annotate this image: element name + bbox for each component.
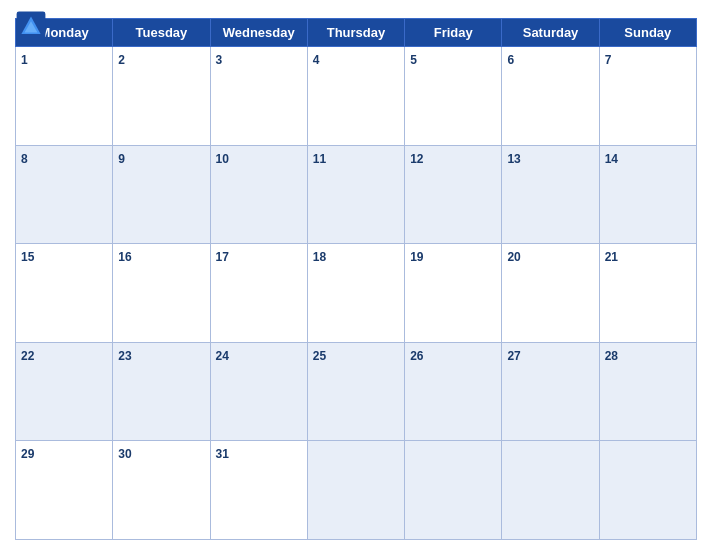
day-number: 18: [313, 250, 326, 264]
calendar-day-cell: 14: [599, 145, 696, 244]
day-number: 14: [605, 152, 618, 166]
calendar-day-cell: 10: [210, 145, 307, 244]
day-number: 25: [313, 349, 326, 363]
day-number: 2: [118, 53, 125, 67]
day-number: 12: [410, 152, 423, 166]
calendar-day-cell: 1: [16, 47, 113, 146]
weekday-header-friday: Friday: [405, 19, 502, 47]
calendar-day-cell: 21: [599, 244, 696, 343]
calendar-day-cell: [307, 441, 404, 540]
calendar-day-cell: 6: [502, 47, 599, 146]
weekday-header-wednesday: Wednesday: [210, 19, 307, 47]
weekday-row: MondayTuesdayWednesdayThursdayFridaySatu…: [16, 19, 697, 47]
calendar-day-cell: 29: [16, 441, 113, 540]
day-number: 8: [21, 152, 28, 166]
calendar-day-cell: 3: [210, 47, 307, 146]
day-number: 11: [313, 152, 326, 166]
day-number: 27: [507, 349, 520, 363]
day-number: 1: [21, 53, 28, 67]
calendar-table: MondayTuesdayWednesdayThursdayFridaySatu…: [15, 18, 697, 540]
day-number: 26: [410, 349, 423, 363]
calendar-day-cell: 9: [113, 145, 210, 244]
day-number: 16: [118, 250, 131, 264]
calendar-container: MondayTuesdayWednesdayThursdayFridaySatu…: [0, 0, 712, 550]
day-number: 30: [118, 447, 131, 461]
day-number: 23: [118, 349, 131, 363]
calendar-day-cell: 26: [405, 342, 502, 441]
calendar-day-cell: 17: [210, 244, 307, 343]
weekday-header-saturday: Saturday: [502, 19, 599, 47]
day-number: 7: [605, 53, 612, 67]
calendar-day-cell: [502, 441, 599, 540]
calendar-day-cell: 30: [113, 441, 210, 540]
calendar-day-cell: 28: [599, 342, 696, 441]
calendar-week-row: 22232425262728: [16, 342, 697, 441]
day-number: 3: [216, 53, 223, 67]
calendar-week-row: 1234567: [16, 47, 697, 146]
calendar-day-cell: 5: [405, 47, 502, 146]
calendar-day-cell: 2: [113, 47, 210, 146]
weekday-header-tuesday: Tuesday: [113, 19, 210, 47]
day-number: 17: [216, 250, 229, 264]
calendar-day-cell: 13: [502, 145, 599, 244]
calendar-body: 1234567891011121314151617181920212223242…: [16, 47, 697, 540]
day-number: 29: [21, 447, 34, 461]
day-number: 31: [216, 447, 229, 461]
day-number: 24: [216, 349, 229, 363]
weekday-header-thursday: Thursday: [307, 19, 404, 47]
calendar-day-cell: 4: [307, 47, 404, 146]
calendar-day-cell: 25: [307, 342, 404, 441]
calendar-day-cell: 12: [405, 145, 502, 244]
calendar-day-cell: 18: [307, 244, 404, 343]
day-number: 20: [507, 250, 520, 264]
weekday-header-sunday: Sunday: [599, 19, 696, 47]
calendar-week-row: 15161718192021: [16, 244, 697, 343]
logo: [15, 10, 50, 42]
day-number: 21: [605, 250, 618, 264]
calendar-day-cell: 11: [307, 145, 404, 244]
calendar-day-cell: 7: [599, 47, 696, 146]
calendar-week-row: 293031: [16, 441, 697, 540]
calendar-day-cell: [599, 441, 696, 540]
calendar-day-cell: 20: [502, 244, 599, 343]
logo-icon: [15, 10, 47, 42]
day-number: 15: [21, 250, 34, 264]
calendar-day-cell: [405, 441, 502, 540]
calendar-day-cell: 24: [210, 342, 307, 441]
calendar-day-cell: 8: [16, 145, 113, 244]
calendar-day-cell: 31: [210, 441, 307, 540]
calendar-day-cell: 22: [16, 342, 113, 441]
calendar-day-cell: 27: [502, 342, 599, 441]
day-number: 28: [605, 349, 618, 363]
day-number: 5: [410, 53, 417, 67]
calendar-day-cell: 19: [405, 244, 502, 343]
calendar-day-cell: 23: [113, 342, 210, 441]
calendar-week-row: 891011121314: [16, 145, 697, 244]
day-number: 22: [21, 349, 34, 363]
day-number: 4: [313, 53, 320, 67]
day-number: 13: [507, 152, 520, 166]
calendar-day-cell: 15: [16, 244, 113, 343]
day-number: 19: [410, 250, 423, 264]
day-number: 10: [216, 152, 229, 166]
calendar-day-cell: 16: [113, 244, 210, 343]
day-number: 9: [118, 152, 125, 166]
calendar-header-row: MondayTuesdayWednesdayThursdayFridaySatu…: [16, 19, 697, 47]
day-number: 6: [507, 53, 514, 67]
